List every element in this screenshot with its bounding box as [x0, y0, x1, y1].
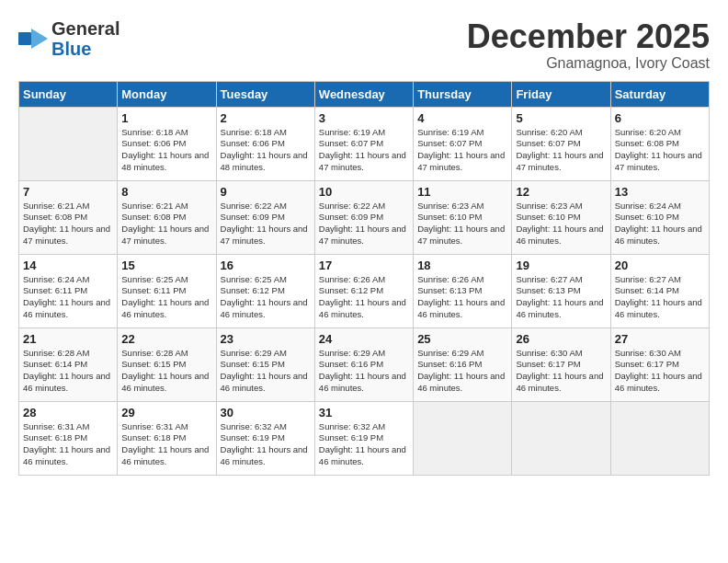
day-number: 11	[417, 185, 507, 199]
week-row-1: 1Sunrise: 6:18 AMSunset: 6:06 PMDaylight…	[19, 107, 710, 180]
day-cell: 26Sunrise: 6:30 AMSunset: 6:17 PMDayligh…	[512, 327, 610, 401]
day-info: Sunrise: 6:27 AMSunset: 6:13 PMDaylight:…	[516, 274, 606, 321]
day-cell: 11Sunrise: 6:23 AMSunset: 6:10 PMDayligh…	[414, 180, 512, 254]
day-number: 28	[23, 406, 113, 419]
week-row-5: 28Sunrise: 6:31 AMSunset: 6:18 PMDayligh…	[19, 401, 710, 475]
day-number: 29	[121, 406, 211, 419]
day-info: Sunrise: 6:21 AMSunset: 6:08 PMDaylight:…	[23, 201, 113, 247]
day-info: Sunrise: 6:30 AMSunset: 6:17 PMDaylight:…	[516, 348, 606, 395]
day-info: Sunrise: 6:27 AMSunset: 6:14 PMDaylight:…	[615, 274, 705, 321]
day-number: 2	[221, 111, 311, 125]
day-cell: 31Sunrise: 6:32 AMSunset: 6:19 PMDayligh…	[314, 401, 413, 475]
day-info: Sunrise: 6:32 AMSunset: 6:19 PMDaylight:…	[319, 421, 409, 468]
day-info: Sunrise: 6:31 AMSunset: 6:18 PMDaylight:…	[121, 421, 211, 468]
day-info: Sunrise: 6:30 AMSunset: 6:17 PMDaylight:…	[615, 348, 705, 395]
day-number: 19	[516, 259, 606, 272]
day-number: 27	[615, 332, 705, 346]
day-number: 15	[121, 259, 211, 272]
day-cell: 29Sunrise: 6:31 AMSunset: 6:18 PMDayligh…	[118, 401, 216, 475]
col-header-monday: Monday	[118, 81, 216, 107]
day-cell: 19Sunrise: 6:27 AMSunset: 6:13 PMDayligh…	[512, 254, 610, 327]
day-number: 18	[417, 259, 507, 272]
day-cell: 20Sunrise: 6:27 AMSunset: 6:14 PMDayligh…	[610, 254, 709, 327]
logo-text-general: General	[51, 18, 119, 39]
day-info: Sunrise: 6:19 AMSunset: 6:07 PMDaylight:…	[319, 127, 409, 174]
day-info: Sunrise: 6:26 AMSunset: 6:12 PMDaylight:…	[319, 274, 409, 321]
day-cell: 12Sunrise: 6:23 AMSunset: 6:10 PMDayligh…	[512, 180, 610, 254]
day-info: Sunrise: 6:31 AMSunset: 6:18 PMDaylight:…	[23, 421, 113, 468]
day-info: Sunrise: 6:25 AMSunset: 6:11 PMDaylight:…	[121, 274, 211, 321]
page-header: General Blue December 2025 Gnamagnoa, Iv…	[18, 18, 710, 72]
day-cell: 16Sunrise: 6:25 AMSunset: 6:12 PMDayligh…	[216, 254, 314, 327]
day-number: 8	[121, 185, 211, 199]
day-info: Sunrise: 6:18 AMSunset: 6:06 PMDaylight:…	[221, 127, 311, 174]
day-number: 12	[516, 185, 606, 199]
svg-marker-1	[31, 29, 48, 49]
month-title: December 2025	[467, 18, 710, 55]
day-number: 5	[516, 111, 606, 125]
day-number: 25	[417, 332, 507, 346]
day-cell	[19, 107, 118, 180]
day-number: 26	[516, 332, 606, 346]
day-cell: 1Sunrise: 6:18 AMSunset: 6:06 PMDaylight…	[118, 107, 216, 180]
day-number: 20	[615, 259, 705, 272]
day-number: 7	[23, 185, 113, 199]
day-cell: 30Sunrise: 6:32 AMSunset: 6:19 PMDayligh…	[216, 401, 314, 475]
day-info: Sunrise: 6:22 AMSunset: 6:09 PMDaylight:…	[221, 201, 311, 247]
day-number: 17	[319, 259, 409, 272]
day-cell: 27Sunrise: 6:30 AMSunset: 6:17 PMDayligh…	[610, 327, 709, 401]
location-subtitle: Gnamagnoa, Ivory Coast	[467, 55, 710, 72]
day-info: Sunrise: 6:21 AMSunset: 6:08 PMDaylight:…	[121, 201, 211, 247]
day-info: Sunrise: 6:28 AMSunset: 6:14 PMDaylight:…	[23, 348, 113, 395]
day-info: Sunrise: 6:29 AMSunset: 6:16 PMDaylight:…	[319, 348, 409, 395]
header-row: SundayMondayTuesdayWednesdayThursdayFrid…	[19, 81, 710, 107]
day-cell: 13Sunrise: 6:24 AMSunset: 6:10 PMDayligh…	[610, 180, 709, 254]
day-cell: 9Sunrise: 6:22 AMSunset: 6:09 PMDaylight…	[216, 180, 314, 254]
day-info: Sunrise: 6:19 AMSunset: 6:07 PMDaylight:…	[417, 127, 507, 174]
day-number: 13	[615, 185, 705, 199]
week-row-2: 7Sunrise: 6:21 AMSunset: 6:08 PMDaylight…	[19, 180, 710, 254]
col-header-saturday: Saturday	[610, 81, 709, 107]
day-cell	[414, 401, 512, 475]
day-cell: 4Sunrise: 6:19 AMSunset: 6:07 PMDaylight…	[414, 107, 512, 180]
day-number: 21	[23, 332, 113, 346]
day-cell: 3Sunrise: 6:19 AMSunset: 6:07 PMDaylight…	[314, 107, 413, 180]
svg-rect-0	[18, 32, 31, 45]
day-info: Sunrise: 6:32 AMSunset: 6:19 PMDaylight:…	[221, 421, 311, 468]
logo: General Blue	[18, 18, 119, 59]
day-cell: 28Sunrise: 6:31 AMSunset: 6:18 PMDayligh…	[19, 401, 118, 475]
day-info: Sunrise: 6:28 AMSunset: 6:15 PMDaylight:…	[121, 348, 211, 395]
day-cell	[512, 401, 610, 475]
col-header-friday: Friday	[512, 81, 610, 107]
day-info: Sunrise: 6:24 AMSunset: 6:10 PMDaylight:…	[615, 201, 705, 247]
day-info: Sunrise: 6:24 AMSunset: 6:11 PMDaylight:…	[23, 274, 113, 321]
day-info: Sunrise: 6:29 AMSunset: 6:16 PMDaylight:…	[417, 348, 507, 395]
logo-text-blue: Blue	[51, 39, 119, 59]
day-cell: 15Sunrise: 6:25 AMSunset: 6:11 PMDayligh…	[118, 254, 216, 327]
day-info: Sunrise: 6:25 AMSunset: 6:12 PMDaylight:…	[221, 274, 311, 321]
title-area: December 2025 Gnamagnoa, Ivory Coast	[467, 18, 710, 72]
day-number: 3	[319, 111, 409, 125]
day-number: 4	[417, 111, 507, 125]
day-number: 31	[319, 406, 409, 419]
day-cell: 8Sunrise: 6:21 AMSunset: 6:08 PMDaylight…	[118, 180, 216, 254]
logo-icon	[18, 29, 48, 49]
day-number: 22	[121, 332, 211, 346]
day-info: Sunrise: 6:23 AMSunset: 6:10 PMDaylight:…	[516, 201, 606, 247]
week-row-3: 14Sunrise: 6:24 AMSunset: 6:11 PMDayligh…	[19, 254, 710, 327]
day-number: 30	[221, 406, 311, 419]
day-cell	[610, 401, 709, 475]
day-number: 9	[221, 185, 311, 199]
day-info: Sunrise: 6:29 AMSunset: 6:15 PMDaylight:…	[221, 348, 311, 395]
day-cell: 22Sunrise: 6:28 AMSunset: 6:15 PMDayligh…	[118, 327, 216, 401]
day-cell: 7Sunrise: 6:21 AMSunset: 6:08 PMDaylight…	[19, 180, 118, 254]
day-info: Sunrise: 6:20 AMSunset: 6:08 PMDaylight:…	[615, 127, 705, 174]
day-cell: 24Sunrise: 6:29 AMSunset: 6:16 PMDayligh…	[314, 327, 413, 401]
col-header-tuesday: Tuesday	[216, 81, 314, 107]
calendar-table: SundayMondayTuesdayWednesdayThursdayFrid…	[18, 81, 710, 476]
day-cell: 17Sunrise: 6:26 AMSunset: 6:12 PMDayligh…	[314, 254, 413, 327]
day-cell: 25Sunrise: 6:29 AMSunset: 6:16 PMDayligh…	[414, 327, 512, 401]
day-cell: 14Sunrise: 6:24 AMSunset: 6:11 PMDayligh…	[19, 254, 118, 327]
day-number: 6	[615, 111, 705, 125]
day-cell: 2Sunrise: 6:18 AMSunset: 6:06 PMDaylight…	[216, 107, 314, 180]
